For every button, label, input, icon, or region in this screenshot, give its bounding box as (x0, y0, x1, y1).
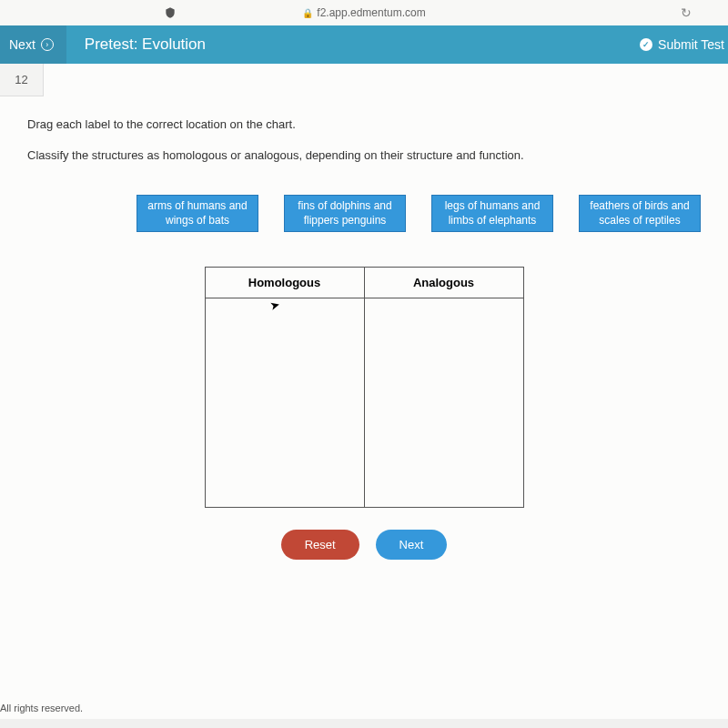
drag-label-1[interactable]: arms of humans and wings of bats (136, 195, 258, 232)
column-header-analogous: Analogous (364, 268, 523, 298)
drop-zone-homologous[interactable] (205, 298, 364, 508)
shield-icon (164, 6, 177, 19)
drag-label-4[interactable]: feathers of birds and scales of reptiles (579, 195, 701, 232)
reload-icon[interactable]: ↻ (681, 5, 692, 20)
question-panel: 12 Drag each label to the correct locati… (0, 64, 728, 719)
instruction-line-2: Classify the structures as homologous or… (27, 144, 701, 167)
instruction-line-1: Drag each label to the correct location … (27, 113, 701, 136)
browser-address-bar: 🔒 f2.app.edmentum.com ↻ (0, 0, 728, 25)
url-text: f2.app.edmentum.com (317, 6, 425, 19)
app-header: Next › Pretest: Evolution ✓ Submit Test (0, 25, 728, 64)
nav-next-label: Next (9, 37, 35, 52)
drag-label-2[interactable]: fins of dolphins and flippers penguins (284, 195, 406, 232)
url-display[interactable]: 🔒 f2.app.edmentum.com (302, 6, 425, 19)
page-title: Pretest: Evolution (66, 35, 206, 54)
draggable-labels-row: arms of humans and wings of bats fins of… (0, 175, 728, 241)
arrow-right-icon: › (41, 38, 54, 51)
check-icon: ✓ (640, 38, 652, 51)
lock-icon: 🔒 (302, 8, 313, 18)
submit-test-button[interactable]: ✓ Submit Test (625, 25, 728, 64)
drop-zone-analogous[interactable] (364, 298, 523, 508)
classification-table-wrap: Homologous Analogous (0, 267, 728, 508)
drag-label-3[interactable]: legs of humans and limbs of elephants (431, 195, 553, 232)
action-buttons: Reset Next (0, 530, 728, 560)
nav-next-button[interactable]: Next › (0, 25, 66, 64)
reset-button[interactable]: Reset (281, 530, 359, 560)
submit-label: Submit Test (658, 37, 724, 52)
next-button[interactable]: Next (376, 530, 448, 560)
classification-table: Homologous Analogous (205, 267, 524, 508)
question-number: 12 (0, 64, 44, 96)
footer-text: All rights reserved. (0, 703, 83, 713)
instructions: Drag each label to the correct location … (0, 113, 728, 167)
column-header-homologous: Homologous (205, 268, 364, 298)
